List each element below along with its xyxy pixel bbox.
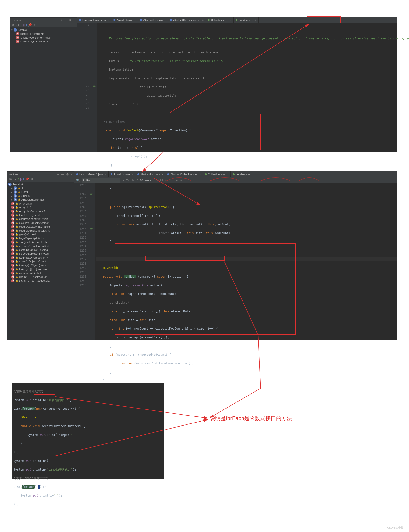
match-case-icon[interactable]: Cc bbox=[126, 179, 130, 182]
tree-item[interactable]: m🔒size(): int ↑AbstractColle bbox=[7, 240, 74, 244]
clear-icon[interactable]: × bbox=[122, 179, 124, 182]
tab-abstractlist[interactable]: AbstractList.java× bbox=[135, 171, 166, 178]
show-inherited-icon[interactable]: I bbox=[26, 23, 27, 27]
tree-item[interactable]: mforEach(Consumer<? sup bbox=[10, 36, 77, 40]
show-props-icon[interactable]: p bbox=[23, 23, 25, 27]
tree-item[interactable]: m🔒indexOf(Object): int ↑Abs bbox=[7, 252, 74, 256]
override-gutter-icon[interactable]: o↑ bbox=[89, 227, 95, 231]
tab-arraylist[interactable]: ArrayList.java× bbox=[112, 17, 138, 23]
sort-vis-icon[interactable]: ↓● bbox=[13, 178, 16, 181]
close-icon[interactable]: × bbox=[105, 173, 106, 176]
tab-collection[interactable]: Collection.java× bbox=[203, 171, 231, 178]
code-editor-1[interactable]: Performs the given action for each eleme… bbox=[97, 23, 397, 152]
tab-iterable[interactable]: Iterable.java× bbox=[233, 17, 259, 23]
tree-item[interactable]: ▸ c🔒Itr bbox=[7, 186, 74, 190]
show-fields-icon[interactable]: f bbox=[21, 23, 21, 27]
override-gutter-icon[interactable]: o↑ bbox=[89, 192, 95, 196]
hide-icon[interactable]: − bbox=[71, 173, 72, 176]
toggle-icon[interactable]: ⇄ bbox=[171, 179, 174, 182]
tab-lambdademo3[interactable]: LambdaDemo3.java× bbox=[77, 17, 112, 23]
gear-icon[interactable]: ⚙ bbox=[69, 18, 72, 22]
doc-throws-val: NullPointerException – if the specified … bbox=[130, 59, 224, 63]
close-icon[interactable]: × bbox=[135, 19, 136, 21]
code-editor-3[interactable]: //使用匿名内部类方式 System.out.println("匿名内部类: "… bbox=[12, 383, 164, 517]
tree-item[interactable]: m🔒toArray(T[]): T[] ↑Abstrac bbox=[7, 267, 74, 271]
expand-icon[interactable]: ⇥ bbox=[57, 173, 59, 176]
expand-icon[interactable]: ⇥ bbox=[60, 18, 62, 22]
tree-item[interactable]: m🔒ArrayList() bbox=[7, 206, 74, 209]
select-all-icon[interactable]: ☐ bbox=[160, 179, 163, 182]
tree-label: spliterator(): Spliterator< bbox=[20, 40, 49, 43]
tree-item[interactable]: m🔒contains(Object): boolea bbox=[7, 248, 74, 252]
close-icon[interactable]: × bbox=[252, 173, 254, 176]
close-icon[interactable]: × bbox=[255, 19, 257, 21]
tree-item[interactable]: m🔒ensureCapacity(int): void bbox=[7, 217, 74, 221]
sort-alpha-icon[interactable]: ↓a bbox=[12, 23, 15, 27]
tab-iterable[interactable]: Iterable.java× bbox=[231, 171, 256, 178]
close-icon[interactable]: × bbox=[108, 19, 109, 21]
file-icon bbox=[170, 19, 172, 21]
expand-all-icon[interactable]: ⊞ bbox=[33, 23, 36, 27]
tree-item[interactable]: m🔒ensureCapacityInternal(int bbox=[7, 225, 74, 229]
tree-item[interactable]: ▸ c🔒SubList bbox=[7, 194, 74, 198]
sort-alpha-icon[interactable]: ↓a bbox=[9, 178, 12, 181]
tree-item[interactable]: m🔒calculateCapacity(Object[ bbox=[7, 221, 74, 225]
collapse-icon[interactable]: — bbox=[61, 173, 64, 176]
tree-item[interactable]: m🔒clone(): Object ↑Object bbox=[7, 260, 74, 263]
close-icon[interactable]: × bbox=[227, 173, 229, 176]
words-icon[interactable]: W bbox=[131, 179, 134, 182]
expand-all-icon[interactable]: ⊞ bbox=[30, 178, 33, 181]
collapse-icon[interactable]: — bbox=[64, 18, 67, 22]
pin-icon[interactable]: 📌 bbox=[25, 178, 29, 181]
pin-icon[interactable]: 📌 bbox=[28, 23, 32, 27]
tree-item[interactable]: ▸ c🔒ListItr bbox=[7, 190, 74, 194]
tree-item[interactable]: m🔒ensureExplicitCapacity(int bbox=[7, 229, 74, 233]
close-icon[interactable]: × bbox=[230, 19, 232, 21]
tree-item[interactable]: m🔒get(int): E ↑AbstractList bbox=[7, 275, 74, 279]
show-inherited-icon[interactable]: I bbox=[23, 178, 24, 181]
tree-node-iterable[interactable]: ▾I Iterable bbox=[10, 28, 77, 32]
close-icon[interactable]: × bbox=[132, 173, 133, 176]
next-match-icon[interactable]: ↓ bbox=[157, 179, 158, 182]
export-icon[interactable]: ↗ bbox=[176, 179, 178, 182]
tree-item[interactable]: m🔒ArrayList(int) bbox=[7, 202, 74, 206]
tree-item[interactable]: ▸ c🔒ArrayListSpliterator bbox=[7, 198, 74, 202]
overrides-label[interactable]: 31 overrides bbox=[99, 120, 397, 124]
tree-item[interactable]: m🔒toArray(): Object[] ↑Abstr bbox=[7, 263, 74, 267]
regex-icon[interactable]: .* bbox=[136, 179, 138, 182]
prev-match-icon[interactable]: ↑ bbox=[153, 179, 155, 182]
tree-item[interactable]: m🔒lastIndexOf(Object): int ↑ bbox=[7, 256, 74, 260]
tree-item[interactable]: m🔒trimToSize(): void bbox=[7, 213, 74, 217]
tree-item[interactable]: m🔒grow(int): void bbox=[7, 233, 74, 236]
tab-label: ArrayList.java bbox=[114, 173, 130, 176]
tree-root-arraylist[interactable]: cArrayList bbox=[7, 182, 74, 186]
close-icon[interactable]: × bbox=[162, 173, 163, 176]
tab-collection[interactable]: Collection.java× bbox=[206, 17, 233, 23]
tree-item[interactable]: m🔒set(int, E): E ↑AbstractList bbox=[7, 279, 74, 283]
close-icon[interactable]: × bbox=[165, 19, 166, 21]
gear-icon[interactable]: ⚙ bbox=[66, 173, 69, 176]
sort-vis-icon[interactable]: ↓● bbox=[16, 23, 19, 27]
close-icon[interactable]: × bbox=[199, 173, 201, 176]
override-gutter-icon[interactable]: o↓ bbox=[92, 84, 97, 88]
code-editor-2[interactable]: } public Spliterator<E> spliterator() { … bbox=[95, 183, 397, 340]
filter-icon[interactable]: ▼ bbox=[180, 179, 183, 182]
show-fields-icon[interactable]: f bbox=[18, 178, 19, 181]
tree-item[interactable]: mspliterator(): Spliterator< bbox=[10, 40, 77, 43]
show-props-icon[interactable]: p bbox=[20, 178, 22, 181]
tab-abstractlist[interactable]: AbstractList.java× bbox=[138, 17, 168, 23]
close-icon[interactable]: × bbox=[202, 19, 204, 21]
tab-abstractcollection[interactable]: AbstractCollection.java× bbox=[168, 17, 206, 23]
add-selection-icon[interactable]: +☐ bbox=[165, 179, 169, 182]
tab-arraylist-active[interactable]: ArrayList.java× bbox=[109, 171, 135, 178]
hide-icon[interactable]: − bbox=[74, 18, 75, 22]
tree-item[interactable]: miterator(): Iterator<T> bbox=[10, 32, 77, 36]
search-input[interactable] bbox=[82, 178, 121, 182]
tree-item[interactable]: m🔒ArrayList(Collection<? ex bbox=[7, 209, 74, 213]
tree-label: Itr bbox=[21, 187, 24, 189]
tree-item[interactable]: m🔒hugeCapacity(int): int bbox=[7, 236, 74, 240]
tree-item[interactable]: m🔒elementData(int): E bbox=[7, 271, 74, 275]
tab-abstractcollection[interactable]: AbstractCollection.java× bbox=[165, 171, 203, 178]
tab-lambdademo3[interactable]: LambdaDemo3.java× bbox=[74, 171, 109, 178]
tree-item[interactable]: m🔒isEmpty(): boolean ↑Abst bbox=[7, 244, 74, 248]
